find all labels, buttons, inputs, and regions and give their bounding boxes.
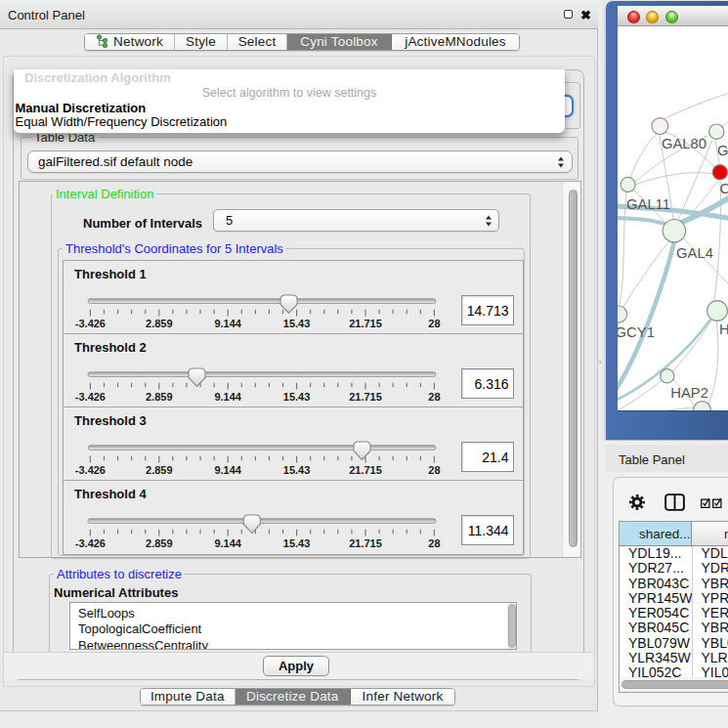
svg-text:GAL11: GAL11 bbox=[626, 196, 670, 212]
svg-text:21.715: 21.715 bbox=[349, 391, 382, 403]
svg-text:2.859: 2.859 bbox=[146, 537, 173, 549]
svg-text:-3.426: -3.426 bbox=[75, 391, 106, 403]
svg-text:21.715: 21.715 bbox=[349, 537, 382, 549]
svg-text:GA: GA bbox=[717, 143, 728, 158]
svg-text:15.43: 15.43 bbox=[283, 391, 311, 403]
svg-text:H: H bbox=[719, 321, 728, 337]
svg-text:2.859: 2.859 bbox=[146, 391, 173, 403]
svg-text:-3.426: -3.426 bbox=[75, 537, 106, 549]
svg-text:15.43: 15.43 bbox=[283, 464, 311, 476]
svg-text:9.144: 9.144 bbox=[214, 391, 241, 403]
svg-text:GAL4: GAL4 bbox=[676, 245, 713, 261]
svg-text:28: 28 bbox=[428, 537, 440, 549]
svg-text:HAP2: HAP2 bbox=[670, 385, 708, 401]
svg-text:GCY1: GCY1 bbox=[618, 324, 655, 340]
svg-text:21.715: 21.715 bbox=[349, 464, 382, 476]
svg-text:CY: CY bbox=[720, 181, 728, 196]
svg-text:-3.426: -3.426 bbox=[75, 464, 106, 476]
svg-text:15.43: 15.43 bbox=[283, 318, 311, 329]
svg-text:28: 28 bbox=[428, 318, 440, 329]
svg-text:9.144: 9.144 bbox=[214, 537, 241, 549]
svg-text:2.859: 2.859 bbox=[146, 464, 173, 476]
svg-text:-3.426: -3.426 bbox=[75, 318, 106, 329]
svg-text:GAL80: GAL80 bbox=[662, 136, 707, 151]
svg-text:28: 28 bbox=[428, 464, 440, 476]
svg-text:2.859: 2.859 bbox=[146, 318, 173, 329]
svg-text:21.715: 21.715 bbox=[349, 318, 382, 329]
svg-text:28: 28 bbox=[428, 391, 440, 403]
svg-text:15.43: 15.43 bbox=[283, 537, 311, 549]
svg-text:9.144: 9.144 bbox=[214, 464, 241, 476]
svg-text:9.144: 9.144 bbox=[214, 318, 241, 329]
